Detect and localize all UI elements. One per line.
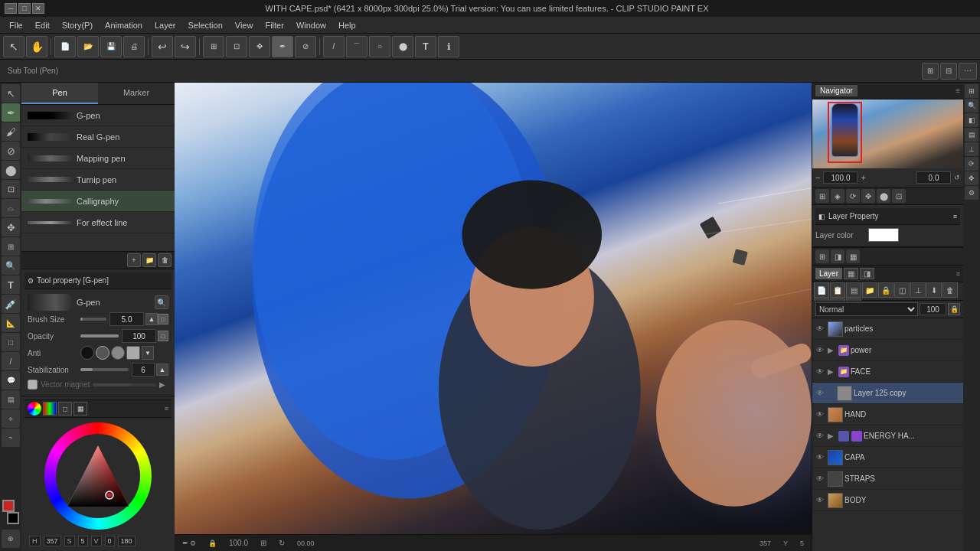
tool-balloon-icon[interactable]: 💬: [2, 371, 20, 390]
window-maximize-button[interactable]: □: [18, 3, 31, 14]
color-panel-menu[interactable]: ≡: [165, 405, 168, 412]
lt-new-group[interactable]: 📁: [862, 282, 877, 298]
tool-undo-button[interactable]: ↩: [152, 36, 173, 57]
color-history-tab[interactable]: ▦: [74, 402, 87, 416]
anti-icon-2[interactable]: [96, 346, 109, 360]
status-zoom-value[interactable]: 100.0: [226, 539, 251, 547]
layer-vis-energy[interactable]: 👁: [814, 430, 826, 442]
menu-file[interactable]: File: [3, 19, 29, 31]
ri-icon-3[interactable]: ⟳: [846, 189, 860, 203]
color-slider-tab[interactable]: [43, 402, 57, 416]
menu-story[interactable]: Story(P): [56, 19, 99, 31]
tool-save-button[interactable]: 💾: [100, 36, 122, 57]
nav-reset-button[interactable]: ↺: [954, 174, 960, 181]
tool-curve-button[interactable]: ⌒: [346, 36, 368, 57]
menu-window[interactable]: Window: [290, 19, 332, 31]
lt-new-fill[interactable]: ▤: [846, 282, 861, 298]
opacity-input[interactable]: [920, 303, 946, 315]
tool-gradient-icon[interactable]: ▤: [2, 390, 20, 409]
menu-layer[interactable]: Layer: [149, 19, 182, 31]
brush-item-real-gpen[interactable]: Real G-pen: [21, 126, 175, 148]
tool-fill-icon[interactable]: ⬤: [2, 161, 20, 179]
color-wheel-area[interactable]: [44, 422, 152, 530]
layer-vis-hand[interactable]: 👁: [814, 409, 826, 421]
opacity-lock-btn[interactable]: 🔒: [948, 303, 960, 315]
tool-circle-button[interactable]: ○: [369, 36, 390, 57]
layer-item-hand[interactable]: 👁 HAND: [812, 404, 963, 425]
tool-pan-button[interactable]: ✋: [26, 36, 47, 57]
ri-far-4[interactable]: ▤: [965, 128, 978, 142]
tool-blend-icon[interactable]: ⟡: [2, 409, 20, 428]
v-value[interactable]: 0: [105, 536, 115, 546]
tool-special-icon[interactable]: ⊛: [2, 530, 20, 548]
foreground-color-swatch[interactable]: [2, 500, 15, 512]
layer-vis-power[interactable]: 👁: [814, 344, 826, 357]
layer-vis-particles[interactable]: 👁: [814, 323, 826, 335]
layer-item-face[interactable]: 👁 ▶ 📁 FACE: [812, 361, 963, 383]
tool-new-button[interactable]: 📄: [54, 36, 76, 57]
layer-item-layer125[interactable]: 👁 Layer 125 copy: [812, 383, 963, 404]
layer-menu-btn[interactable]: ≡: [956, 270, 960, 278]
brush-item-turnip[interactable]: Turnip pen: [21, 169, 175, 191]
nav-tab-navigator[interactable]: Navigator: [815, 85, 858, 96]
layer-item-energy[interactable]: 👁 ▶ ENERGY HA...: [812, 425, 963, 447]
nav-menu-btn[interactable]: ≡: [956, 86, 960, 95]
tp-brush-size-inc[interactable]: ▲: [145, 313, 158, 325]
menu-help[interactable]: Help: [332, 19, 362, 31]
lt-lock-all[interactable]: 🔒: [878, 282, 893, 298]
layer-expand-energy[interactable]: ▶: [828, 432, 837, 440]
window-close-button[interactable]: ✕: [32, 3, 44, 14]
tool-eraser-icon[interactable]: ⊘: [2, 142, 20, 160]
tp-zoom-button[interactable]: 🔍: [155, 295, 168, 309]
anti-icon-4[interactable]: [126, 346, 140, 360]
tab-pen[interactable]: Pen: [21, 83, 98, 104]
tool-select-button[interactable]: ⊡: [226, 36, 247, 57]
ri-far-7[interactable]: ✥: [965, 171, 978, 185]
tool-text-icon[interactable]: T: [2, 276, 20, 294]
ri-icon-1[interactable]: ⊞: [815, 189, 829, 203]
layer-expand-face[interactable]: ▶: [828, 367, 837, 376]
status-rotate[interactable]: ↻: [276, 539, 288, 547]
tp-stabilization-value[interactable]: 6: [132, 363, 155, 377]
tool-zoom-icon[interactable]: 🔍: [2, 256, 20, 275]
tool-move-icon[interactable]: ✥: [2, 218, 20, 236]
ri-icon-4[interactable]: ✥: [861, 189, 875, 203]
tool-cursor-button[interactable]: ↖: [3, 36, 24, 57]
anti-dropdown[interactable]: ▼: [142, 346, 154, 360]
tool-ruler-icon[interactable]: 📐: [2, 314, 20, 332]
subtool-option-2[interactable]: ⊟: [940, 63, 957, 80]
layer-item-particles[interactable]: 👁 particles: [812, 318, 963, 340]
navigator-preview[interactable]: [812, 99, 963, 168]
ri-far-8[interactable]: ⚙: [965, 186, 978, 200]
menu-animation[interactable]: Animation: [99, 19, 149, 31]
layer-item-body[interactable]: 👁 BODY: [812, 490, 963, 511]
anti-icon-1[interactable]: [80, 346, 94, 360]
lt-clipping[interactable]: ⊥: [910, 282, 926, 298]
tool-open-button[interactable]: 📂: [77, 36, 99, 57]
canvas-container[interactable]: [175, 83, 812, 534]
brush-item-calligraphy[interactable]: Calligraphy: [21, 191, 175, 212]
brush-add-button[interactable]: +: [127, 253, 141, 267]
tool-print-button[interactable]: 🖨: [123, 36, 145, 57]
tool-erase-button[interactable]: ⊘: [295, 36, 316, 57]
layer-vis-layer125[interactable]: 👁: [814, 387, 826, 399]
s-value[interactable]: 5: [78, 536, 88, 546]
tool-line-button[interactable]: /: [323, 36, 345, 57]
si-icon-2[interactable]: ◨: [831, 249, 844, 263]
tp-brush-size-value[interactable]: 5.0: [109, 312, 144, 326]
tool-brush-icon[interactable]: 🖌: [2, 122, 20, 141]
status-fit[interactable]: ⊞: [257, 539, 270, 547]
tool-eyedrop-icon[interactable]: 💉: [2, 295, 20, 313]
brush-item-mapping[interactable]: Mapping pen: [21, 148, 175, 169]
tool-pen-icon[interactable]: ✒: [2, 103, 20, 122]
lt-merge-down[interactable]: ⬇: [926, 282, 942, 298]
subtool-option-3[interactable]: ⋯: [959, 63, 977, 80]
layer-vis-body[interactable]: 👁: [814, 494, 826, 507]
ri-far-1[interactable]: ⊞: [965, 84, 978, 98]
ri-icon-5[interactable]: ⬤: [877, 189, 890, 203]
tool-info-button[interactable]: ℹ: [438, 36, 459, 57]
layer-vis-face[interactable]: 👁: [814, 366, 826, 378]
ri-far-6[interactable]: ⟳: [965, 157, 978, 171]
extra-value[interactable]: 180: [118, 536, 136, 546]
subtool-option-1[interactable]: ⊞: [922, 63, 939, 80]
